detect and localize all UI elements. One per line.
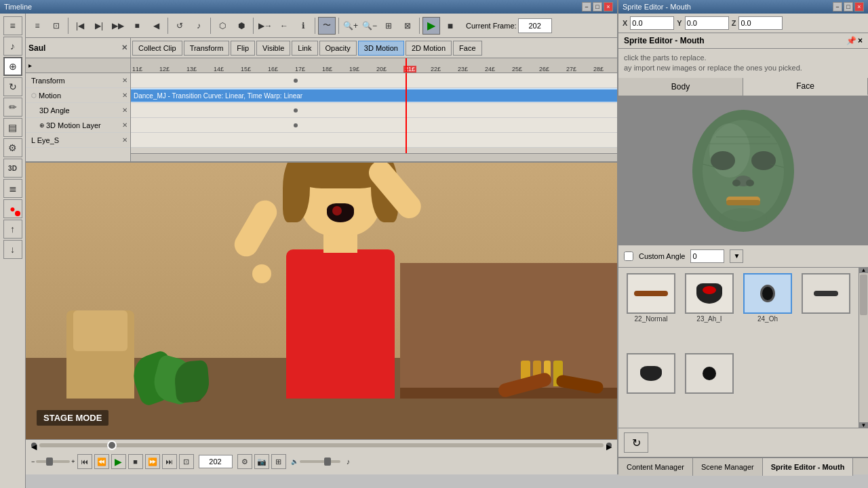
- sidebar-down-icon[interactable]: ↓: [3, 240, 22, 259]
- sprite-item-r2c[interactable]: [682, 353, 736, 422]
- stop2-btn[interactable]: ■: [441, 17, 459, 35]
- zoom-in-btn[interactable]: 🔍+: [342, 17, 359, 35]
- custom-angle-dropdown[interactable]: ▼: [730, 249, 743, 263]
- scroll-up-btn[interactable]: ▲: [859, 268, 868, 273]
- stop-btn[interactable]: ■: [128, 17, 146, 35]
- audio-btn[interactable]: ♪: [190, 17, 208, 35]
- y-input[interactable]: [685, 16, 729, 30]
- track-close-3dangle[interactable]: ✕: [122, 106, 127, 114]
- key-btn[interactable]: ⬡: [214, 17, 231, 35]
- face-tab[interactable]: Face: [743, 78, 868, 96]
- opacity-btn[interactable]: Opacity: [319, 41, 357, 56]
- arrow-right-btn[interactable]: ▶→: [256, 17, 274, 35]
- scroll-thumb[interactable]: [860, 274, 867, 315]
- scrubber-left-arrow[interactable]: ◀: [31, 443, 37, 448]
- refresh-btn[interactable]: ↻: [624, 432, 648, 453]
- pb-step-fwd-btn[interactable]: ⏭: [162, 454, 177, 469]
- sprite-thumb-22normal[interactable]: [627, 273, 675, 314]
- sprite-grid-scrollbar[interactable]: ▲ ▼: [859, 268, 868, 428]
- pb-camera-btn[interactable]: 📷: [254, 454, 269, 469]
- transform-btn[interactable]: Transform: [184, 41, 230, 56]
- sprite-editor-close[interactable]: ×: [858, 36, 863, 45]
- wave-btn[interactable]: 〜: [318, 17, 336, 35]
- custom-angle-input[interactable]: [690, 249, 724, 263]
- sprite-thumb-r2b[interactable]: [627, 353, 675, 394]
- sprite-item-22normal[interactable]: 22_Normal: [624, 273, 678, 350]
- rp-minimize[interactable]: −: [833, 2, 842, 12]
- custom-angle-checkbox[interactable]: [624, 251, 633, 261]
- sidebar-up-icon[interactable]: ↑: [3, 220, 22, 239]
- key2-btn[interactable]: ⬢: [233, 17, 250, 35]
- sidebar-rotate-icon[interactable]: ↻: [3, 77, 22, 96]
- track-close-3dmotion[interactable]: ✕: [122, 121, 127, 129]
- collect-clip-btn[interactable]: Collect Clip: [132, 41, 182, 56]
- sprite-thumb-23ahi[interactable]: [685, 273, 734, 314]
- pb-stop-btn[interactable]: ■: [128, 454, 143, 469]
- sidebar-layers-icon[interactable]: ▤: [3, 118, 22, 137]
- face-btn[interactable]: Face: [453, 41, 481, 56]
- scrubber-thumb[interactable]: [107, 441, 117, 450]
- loop-btn[interactable]: ↺: [171, 17, 189, 35]
- sidebar-menu-icon[interactable]: ≡: [3, 16, 22, 35]
- play-btn[interactable]: ▶: [422, 17, 440, 35]
- speed-slider-thumb[interactable]: [46, 458, 53, 466]
- frame-input[interactable]: [518, 18, 552, 33]
- flip-btn[interactable]: Flip: [231, 41, 255, 56]
- sprite-item-24oh[interactable]: 24_Oh: [741, 273, 795, 350]
- sidebar-3d-icon[interactable]: 3D: [3, 159, 22, 178]
- sprite-editor-mouth-tab[interactable]: Sprite Editor - Mouth: [763, 458, 854, 476]
- sprite-item-r2a[interactable]: [799, 273, 853, 350]
- frame-back-btn[interactable]: ⊡: [47, 17, 65, 35]
- hamburger-btn[interactable]: ≡: [28, 17, 46, 35]
- pb-step-back-btn[interactable]: ⏮: [77, 454, 92, 469]
- sidebar-music-icon[interactable]: ♪: [3, 37, 22, 56]
- pb-back-btn[interactable]: ⏪: [94, 454, 109, 469]
- sprite-thumb-r2a[interactable]: [802, 273, 850, 314]
- scroll-down-btn[interactable]: ▼: [859, 422, 868, 428]
- sidebar-record-icon[interactable]: ●: [3, 199, 22, 218]
- arrow-left-btn[interactable]: ←: [275, 17, 293, 35]
- 3d-motion-btn[interactable]: 3D Motion: [358, 41, 404, 56]
- track-close-motion[interactable]: ✕: [122, 92, 127, 99]
- body-tab[interactable]: Body: [618, 78, 743, 96]
- sprite-thumb-24oh[interactable]: [743, 273, 792, 314]
- pb-end-btn[interactable]: ⊡: [179, 454, 194, 469]
- sidebar-list-icon[interactable]: ≣: [3, 179, 22, 198]
- speed-slider-track[interactable]: [36, 460, 70, 463]
- fast-fwd-btn[interactable]: ▶▶: [109, 17, 127, 35]
- sprite-thumb-r2c[interactable]: [685, 353, 734, 394]
- zoom-fit-btn[interactable]: ⊞: [380, 17, 397, 35]
- zoom-out-btn[interactable]: 🔍−: [361, 17, 378, 35]
- pb-grid-btn[interactable]: ⊞: [271, 454, 286, 469]
- sprite-editor-pin[interactable]: 📌: [846, 36, 856, 45]
- scrubber-right-arrow[interactable]: ▶: [606, 443, 612, 448]
- fit-btn[interactable]: ⊠: [399, 17, 416, 35]
- x-input[interactable]: [630, 16, 674, 30]
- pb-settings-btn[interactable]: ⚙: [237, 454, 252, 469]
- close-btn[interactable]: ×: [604, 2, 613, 12]
- pb-fwd-btn[interactable]: ⏩: [145, 454, 160, 469]
- rp-maximize[interactable]: □: [844, 2, 853, 12]
- info-btn[interactable]: ℹ: [294, 17, 312, 35]
- rp-close[interactable]: ×: [854, 2, 864, 12]
- timeline-scrollbar[interactable]: [131, 153, 617, 161]
- sprite-item-r2b[interactable]: [624, 353, 678, 422]
- step-fwd-btn[interactable]: ▶|: [90, 17, 108, 35]
- volume-thumb[interactable]: [324, 458, 331, 466]
- sidebar-edit-icon[interactable]: ✏: [3, 98, 22, 117]
- visible-btn[interactable]: Visible: [256, 41, 290, 56]
- pb-play-btn[interactable]: ▶: [111, 454, 126, 469]
- step-back-btn[interactable]: |◀: [71, 17, 89, 35]
- content-manager-tab[interactable]: Content Manager: [618, 458, 693, 476]
- char-close-btn[interactable]: ✕: [121, 43, 127, 52]
- scrubber-track[interactable]: [39, 443, 604, 447]
- track-close-transform[interactable]: ✕: [122, 77, 127, 84]
- volume-slider[interactable]: [300, 460, 340, 463]
- sprite-item-23ahi[interactable]: 23_Ah_I: [682, 273, 736, 350]
- sidebar-settings-icon[interactable]: ⚙: [3, 138, 22, 157]
- scene-manager-tab[interactable]: Scene Manager: [693, 458, 763, 476]
- track-close-leye[interactable]: ✕: [122, 136, 127, 144]
- z-input[interactable]: [738, 16, 783, 30]
- record-btn[interactable]: ◀: [147, 17, 165, 35]
- 2d-motion-btn[interactable]: 2D Motion: [406, 41, 452, 56]
